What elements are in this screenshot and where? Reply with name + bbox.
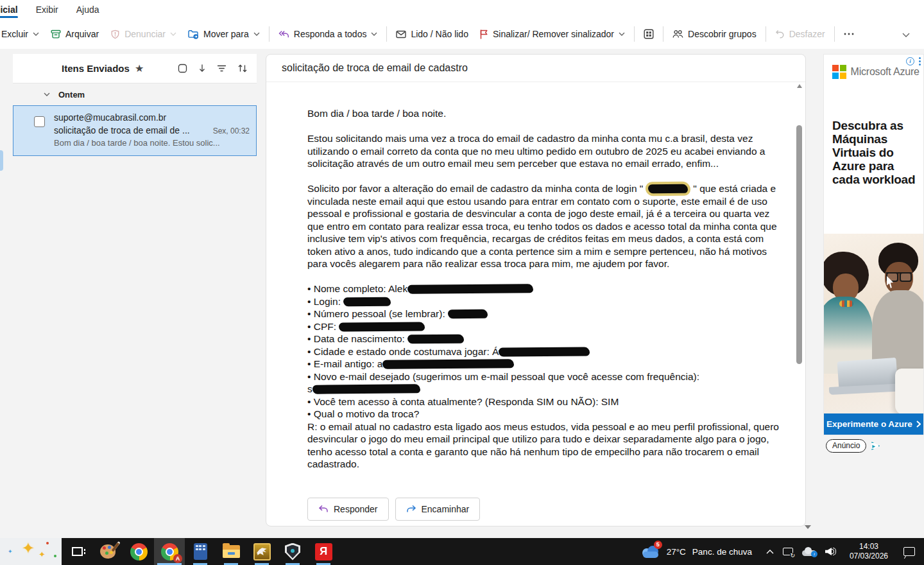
ad-cta-label: Experimente o Azure [826, 419, 912, 429]
file-explorer-button[interactable] [216, 538, 246, 565]
undo-icon [775, 30, 785, 39]
paint-app-button[interactable] [92, 538, 123, 565]
scroll-up-arrow[interactable] [797, 84, 802, 88]
antivirus-app-button[interactable] [277, 538, 308, 565]
body-paragraph: • Novo e-mail desejado (sugerimos um e-m… [307, 370, 787, 383]
speaker-icon[interactable] [825, 547, 837, 556]
avira-app-button[interactable]: R [308, 538, 339, 565]
report-shield-icon [110, 30, 120, 39]
archive-button[interactable]: Arquivar [45, 23, 105, 45]
envelope-icon [396, 30, 406, 39]
folder-rail-indicator[interactable] [0, 150, 3, 171]
ad-menu-icon[interactable] [919, 57, 921, 65]
report-button[interactable]: Denunciar [105, 23, 182, 45]
search-sparkle-button[interactable]: ✦ ✦ ✦ [0, 538, 62, 565]
body-paragraph: s [307, 383, 787, 396]
ellipsis-icon [844, 33, 854, 35]
more-options-button[interactable] [838, 23, 860, 45]
chrome-app-button[interactable] [123, 538, 154, 565]
message-list-header: Itens Enviados ★ [13, 54, 257, 83]
toolbar-separator [386, 26, 387, 42]
discover-groups-label: Descobrir grupos [688, 29, 757, 39]
ribbon-collapse-button[interactable] [892, 28, 920, 40]
action-center-button[interactable] [894, 538, 924, 565]
display-sync-icon[interactable] [783, 548, 793, 555]
discover-groups-button[interactable]: Descobrir grupos [667, 23, 762, 45]
scrollbar-thumb[interactable] [796, 125, 802, 364]
tray-expand-chevron[interactable] [766, 550, 774, 554]
chrome-icon [130, 543, 148, 561]
chrome-profile-app-button[interactable]: A [154, 538, 185, 565]
move-down-icon[interactable] [198, 64, 206, 73]
calculator-app-button[interactable] [185, 538, 216, 565]
redacted-text [339, 322, 425, 331]
email-checkbox[interactable] [34, 116, 45, 127]
group-header-ontem[interactable]: Ontem [13, 83, 257, 105]
toolbar-separator [634, 26, 635, 42]
flag-label: Sinalizar/ Remover sinalizador [493, 29, 614, 39]
chevron-down-icon [902, 33, 910, 37]
message-body-scroll[interactable]: Bom dia / boa tarde / boa noite.Estou so… [266, 83, 795, 526]
reply-all-label: Responda a todos [294, 29, 367, 39]
avira-icon: R [315, 543, 332, 561]
redacted-text [448, 309, 488, 319]
flag-button[interactable]: Sinalizar/ Remover sinalizador [474, 23, 631, 45]
archive-label: Arquivar [65, 29, 99, 39]
task-view-button[interactable] [62, 538, 92, 565]
ad-cta-button[interactable]: Experimente o Azure [824, 413, 923, 435]
vertical-scrollbar[interactable] [796, 84, 803, 522]
delete-button[interactable]: Excluir [0, 23, 45, 45]
game-app-button[interactable] [246, 538, 277, 565]
ad-panel[interactable]: i Microsoft Azure Descubra as Máquinas V… [823, 54, 924, 435]
weather-widget[interactable]: 5 27°C Panc. de chuva [633, 538, 760, 565]
toolbar-separator [663, 26, 663, 42]
tab-ajuda[interactable]: Ajuda [67, 1, 108, 19]
email-body-preview: Bom dia / boa tarde / boa noite. Estou s… [54, 138, 250, 148]
reply-all-button[interactable]: Responda a todos [273, 23, 384, 45]
scroll-down-arrow[interactable] [805, 525, 811, 529]
body-paragraph: Bom dia / boa tarde / boa noite. [307, 107, 787, 120]
report-label: Denunciar [124, 29, 166, 39]
reply-label: Responder [334, 504, 378, 514]
redacted-text [407, 335, 464, 344]
redacted-text [343, 297, 391, 306]
tab-exibir[interactable]: Exibir [27, 1, 67, 19]
sparkle-icon: ✦ [38, 550, 46, 559]
onedrive-icon[interactable]: i [802, 547, 816, 556]
forward-button[interactable]: Encaminhar [395, 498, 481, 521]
chevron-right-icon [916, 421, 921, 428]
microsoft-logo [832, 65, 846, 79]
undo-button[interactable]: Desfazer [769, 23, 831, 45]
tab-inicial[interactable]: Inicial [0, 1, 27, 19]
clock-time: 14:03 [850, 542, 888, 552]
chevron-down-icon [619, 32, 625, 36]
clock[interactable]: 14:03 07/03/2026 [843, 542, 894, 561]
toolbar-separator [834, 26, 835, 42]
sort-icon[interactable] [237, 64, 248, 73]
filter-icon[interactable] [217, 64, 227, 73]
email-list-item[interactable]: suporte@mucabrasil.com.br solicitação de… [13, 105, 257, 156]
people-icon [672, 30, 683, 39]
board-view-button[interactable] [638, 23, 660, 45]
outlook-window: Inicial Exibir Ajuda Excluir Arquivar De… [0, 0, 924, 565]
move-to-button[interactable]: Mover para [182, 23, 266, 45]
move-to-label: Mover para [203, 29, 249, 39]
profile-badge: A [173, 554, 182, 563]
paint-icon [100, 544, 116, 559]
ad-info-icon[interactable]: i [906, 57, 914, 65]
reply-button[interactable]: Responder [307, 498, 389, 521]
read-unread-button[interactable]: Lido / Não lido [390, 23, 474, 45]
favorite-star-icon[interactable]: ★ [135, 62, 144, 74]
grid-icon [644, 29, 654, 39]
redacted-text [499, 347, 590, 356]
weather-cloud-icon: 5 [641, 543, 660, 560]
message-list-pane: Itens Enviados ★ Ontem suporte@mucabrasi… [13, 54, 257, 538]
select-messages-icon[interactable] [178, 64, 187, 73]
shield-icon [285, 543, 300, 561]
weather-temp: 27°C [667, 547, 686, 557]
adchoices-icon[interactable] [871, 442, 880, 450]
redacted-text [648, 184, 688, 194]
body-paragraph: • Login: [307, 295, 787, 308]
body-paragraph: • Data de nascimento: [307, 333, 787, 345]
ad-tag[interactable]: Anúncio [826, 439, 866, 453]
